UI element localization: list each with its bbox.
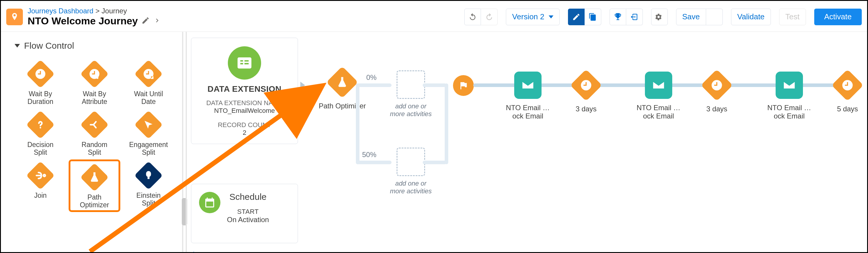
schedule-start-value: On Activation	[227, 216, 269, 224]
palette-random-split[interactable]: RandomSplit	[69, 109, 120, 158]
copy-mode-button[interactable]	[585, 9, 601, 25]
title-chevron-icon[interactable]	[153, 17, 161, 26]
palette-einstein-split[interactable]: EinsteinSplit	[123, 159, 174, 212]
entry-record-count-value: 2	[243, 129, 246, 136]
exit-criteria-button[interactable]	[626, 9, 643, 25]
connector-line	[356, 85, 360, 164]
test-button: Test	[779, 9, 806, 25]
email-icon	[645, 71, 672, 99]
breadcrumb-sep: >	[95, 7, 99, 15]
save-group: Save	[676, 9, 723, 25]
branch-icon	[80, 110, 109, 139]
undo-redo-group	[464, 9, 498, 25]
activate-button[interactable]: Activate	[814, 9, 862, 25]
workspace: Flow Control Wait ByDuration Wait ByAttr…	[1, 32, 867, 252]
validate-button[interactable]: Validate	[731, 9, 771, 25]
split-percent-top: 0%	[366, 73, 377, 82]
palette-label: Wait ByDuration	[28, 90, 54, 106]
sidebar-divider[interactable]	[179, 32, 191, 252]
palette-label: EinsteinSplit	[136, 192, 161, 207]
palette-label: PathOptimizer	[80, 193, 109, 209]
palette-path-optimizer[interactable]: PathOptimizer	[69, 159, 120, 212]
entry-card-title: DATA EXTENSION	[207, 84, 281, 94]
canvas-join-marker[interactable]	[453, 75, 474, 96]
flask-icon	[80, 163, 109, 192]
email-icon	[514, 71, 541, 99]
redo-button[interactable]	[481, 9, 498, 25]
canvas-dropzone-top[interactable]: add one ormore activities	[381, 70, 440, 118]
canvas-node-label: NTO Email …ock Email	[767, 104, 811, 120]
canvas-wait-2[interactable]: 3 days	[702, 70, 732, 113]
canvas-email-3[interactable]: NTO Email …ock Email	[767, 71, 811, 120]
breadcrumb-current: Journey	[102, 7, 127, 15]
palette-label: EngagementSplit	[129, 141, 168, 157]
clock-icon	[833, 70, 862, 100]
canvas-wait-1[interactable]: 3 days	[571, 70, 601, 113]
palette-join[interactable]: Join	[14, 159, 66, 212]
dropzone-hint: add one ormore activities	[390, 180, 432, 195]
undo-button[interactable]	[464, 9, 481, 25]
goals-button[interactable]	[610, 9, 626, 25]
palette-label: Wait UntilDate	[134, 90, 163, 106]
dropzone-hint: add one ormore activities	[390, 102, 432, 118]
clock-icon	[26, 60, 55, 88]
entry-record-count-label: RECORD COUNT	[218, 121, 271, 129]
calendar-icon	[199, 192, 220, 213]
einstein-icon	[134, 161, 163, 190]
clock-icon	[571, 70, 601, 100]
save-button[interactable]: Save	[676, 9, 706, 25]
dropzone-icon	[397, 148, 425, 176]
edit-mode-button[interactable]	[568, 9, 585, 25]
palette-section-flow-control[interactable]: Flow Control	[14, 41, 172, 51]
palette-label: Wait ByAttribute	[82, 90, 107, 106]
canvas-dropzone-bottom[interactable]: add one ormore activities	[381, 148, 440, 195]
palette-section-title: Flow Control	[24, 41, 74, 51]
dropzone-icon	[397, 70, 425, 99]
clock-icon	[702, 70, 732, 100]
entry-de-name-label: DATA EXTENSION NAME	[206, 99, 282, 107]
connector-line	[423, 161, 446, 164]
save-menu-button[interactable]	[706, 9, 723, 25]
settings-menu[interactable]	[651, 9, 668, 25]
edit-title-icon[interactable]	[142, 16, 150, 26]
canvas-node-label: 3 days	[576, 105, 597, 113]
entry-de-name-value: NTO_EmailWelcome	[214, 107, 275, 115]
breadcrumb-dashboard-link[interactable]: Journeys Dashboard	[28, 7, 93, 15]
drag-handle-icon[interactable]	[182, 198, 187, 225]
email-icon	[776, 71, 803, 99]
breadcrumb: Journeys Dashboard > Journey	[28, 7, 161, 15]
journey-header: Journeys Dashboard > Journey NTO Welcome…	[1, 1, 867, 32]
journey-app-icon	[6, 9, 23, 25]
canvas-node-label: 5 days	[837, 105, 858, 113]
canvas-node-label: 3 days	[706, 105, 727, 113]
palette-label: Join	[34, 192, 46, 199]
goals-exit-group	[610, 9, 643, 25]
chevron-down-icon	[14, 44, 20, 48]
palette-wait-by-duration[interactable]: Wait ByDuration	[14, 58, 66, 107]
question-icon	[26, 110, 55, 139]
canvas-wait-3[interactable]: 5 days	[833, 70, 862, 113]
palette-wait-until-date[interactable]: Wait UntilDate	[123, 58, 174, 107]
version-dropdown[interactable]: Version 2	[506, 9, 559, 25]
connector-line	[445, 84, 448, 164]
journey-canvas[interactable]: DATA EXTENSION DATA EXTENSION NAME NTO_E…	[191, 32, 867, 252]
palette-wait-by-attribute[interactable]: Wait ByAttribute	[69, 58, 120, 107]
palette-engagement-split[interactable]: EngagementSplit	[123, 109, 174, 158]
palette-label: RandomSplit	[82, 141, 107, 157]
canvas-email-1[interactable]: NTO Email …ock Email	[506, 71, 550, 120]
cursor-icon	[134, 110, 163, 139]
page-title: NTO Welcome Journey	[28, 15, 138, 27]
canvas-email-2[interactable]: NTO Email …ock Email	[637, 71, 681, 120]
edit-mode-group	[568, 9, 601, 25]
entry-source-card[interactable]: DATA EXTENSION DATA EXTENSION NAME NTO_E…	[191, 38, 298, 144]
canvas-node-label: NTO Email …ock Email	[506, 104, 550, 120]
connector-line	[423, 84, 446, 87]
flag-icon	[453, 75, 474, 96]
activity-palette: Flow Control Wait ByDuration Wait ByAttr…	[1, 32, 179, 252]
schedule-card[interactable]: Schedule START On Activation	[191, 184, 298, 243]
caret-down-icon	[549, 15, 553, 19]
version-label: Version 2	[512, 12, 544, 21]
palette-decision-split[interactable]: DecisionSplit	[14, 109, 66, 158]
clock-calendar-icon	[134, 60, 163, 88]
flask-icon	[328, 67, 357, 97]
